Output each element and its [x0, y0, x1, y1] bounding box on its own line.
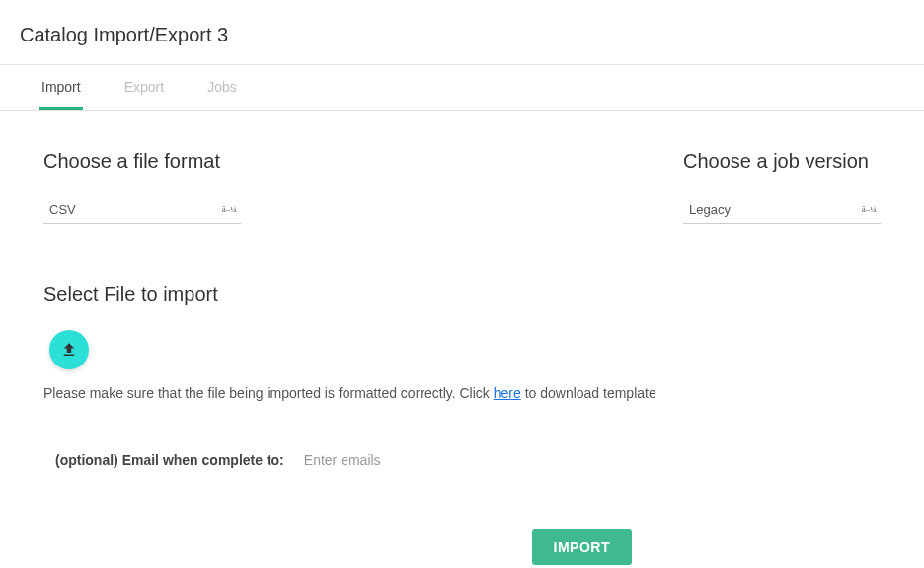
tab-export[interactable]: Export	[122, 65, 166, 110]
select-file-heading: Select File to import	[43, 284, 881, 306]
helper-pre: Please make sure that the file being imp…	[43, 385, 494, 401]
upload-button[interactable]	[49, 330, 89, 369]
import-button[interactable]: IMPORT	[532, 529, 632, 565]
job-version-heading: Choose a job version	[683, 150, 881, 173]
page-title: Catalog Import/Export 3	[0, 0, 924, 64]
tab-jobs[interactable]: Jobs	[205, 65, 239, 110]
helper-text: Please make sure that the file being imp…	[43, 385, 881, 401]
chevron-down-icon: â–¼	[862, 205, 877, 214]
download-template-link[interactable]: here	[494, 385, 521, 401]
file-format-select[interactable]: CSV â–¼	[43, 197, 241, 224]
file-format-value: CSV	[49, 203, 76, 217]
chevron-down-icon: â–¼	[222, 205, 237, 214]
job-version-value: Legacy	[689, 203, 731, 217]
tab-bar: Import Export Jobs	[0, 65, 924, 111]
tab-import[interactable]: Import	[39, 65, 83, 110]
job-version-select[interactable]: Legacy â–¼	[683, 197, 881, 224]
upload-icon	[60, 341, 78, 359]
email-field[interactable]	[304, 448, 501, 472]
helper-post: to download template	[521, 385, 656, 401]
email-label: (optional) Email when complete to:	[55, 452, 284, 468]
file-format-heading: Choose a file format	[43, 150, 241, 173]
